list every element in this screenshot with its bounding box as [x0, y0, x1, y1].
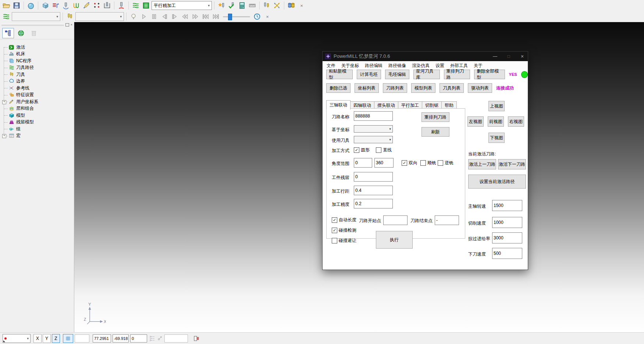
angle-from-input[interactable] — [354, 158, 372, 168]
coord-list-button[interactable]: 坐标列表 — [355, 83, 379, 93]
view-front-button[interactable]: 前视图 — [488, 116, 504, 127]
workplane-compass-icon[interactable] — [157, 336, 163, 341]
view-right-button[interactable]: 右视图 — [508, 116, 524, 127]
clock-icon[interactable] — [252, 12, 262, 21]
start-point-input[interactable] — [383, 215, 408, 225]
calculator-icon[interactable] — [237, 1, 247, 10]
axis-y-button[interactable]: Y — [43, 334, 51, 343]
drive-list-button[interactable]: 驱动列表 — [468, 83, 492, 93]
collision-check-icon[interactable] — [117, 1, 126, 10]
spindle-speed-input[interactable] — [492, 200, 522, 211]
tab-explorer-trash[interactable] — [28, 28, 40, 38]
end-point-input[interactable] — [435, 215, 459, 225]
close-button[interactable]: × — [517, 53, 528, 59]
toolpath-select-combobox[interactable]: ▾ — [12, 12, 60, 21]
go-start-icon[interactable] — [201, 12, 210, 21]
tab-explorer-globe[interactable] — [15, 28, 27, 38]
axis-x-button[interactable]: X — [33, 334, 42, 343]
coord-y-field[interactable]: -69.918 — [113, 334, 129, 343]
edit-toolpath-icon[interactable] — [82, 1, 91, 10]
tool-library-button[interactable]: 星河刀具库 — [413, 70, 440, 79]
point-mode-combobox[interactable]: ▾ — [3, 334, 31, 343]
expand-icon[interactable]: + — [2, 100, 6, 104]
circle-checkbox[interactable]: ✓圆形 — [354, 147, 370, 153]
tree-item-models[interactable]: 模型 — [0, 112, 74, 119]
graphics-viewport[interactable]: Y X Z PowerMILL 忆梦星河 7.0.6 — □ × 文件 关于坐标… — [74, 22, 644, 333]
step-back-icon[interactable] — [160, 12, 169, 21]
collision-check-checkbox[interactable]: ✓碰撞检测 — [332, 227, 356, 234]
execute-button[interactable]: 执行 — [376, 231, 413, 249]
line-checkbox[interactable]: 直线 — [376, 147, 392, 153]
grid-size-field[interactable] — [75, 334, 89, 343]
paste-new-model-button[interactable]: 粘贴新模型 — [326, 70, 353, 79]
tree-item-macros[interactable]: +宏 — [0, 133, 74, 140]
bidirectional-checkbox[interactable]: ✓双向 — [402, 160, 417, 166]
stock-compare-icon[interactable] — [287, 1, 296, 10]
tolerance-input[interactable] — [354, 199, 393, 208]
step-forward-icon[interactable] — [170, 12, 179, 21]
save-project-icon[interactable] — [12, 1, 21, 10]
set-active-path-button[interactable]: 设置当前激活路径 — [468, 175, 526, 189]
dialog-titlebar[interactable]: PowerMILL 忆梦星河 7.0.6 — □ × — [323, 52, 528, 61]
tool-verify-icon[interactable] — [227, 1, 236, 10]
light-bulb-icon[interactable] — [129, 12, 138, 21]
plunge-feed-input[interactable] — [492, 248, 522, 259]
rewind-icon[interactable] — [180, 12, 190, 21]
go-end-icon[interactable] — [211, 12, 221, 21]
tree-item-activate[interactable]: 激活 — [0, 44, 74, 51]
based-coord-select[interactable]: ▾ — [354, 125, 393, 133]
tree-item-nc-programs[interactable]: NC程序 — [0, 57, 74, 64]
model-list-button[interactable]: 模型列表 — [411, 83, 435, 93]
tool-axis-icon[interactable] — [61, 1, 71, 10]
delete-all-models-button[interactable]: 删除全部模型 — [474, 70, 505, 79]
coord-list-icon[interactable]: X=Y=Z= — [150, 336, 155, 341]
grid-toggle-button[interactable] — [63, 334, 73, 343]
tree-item-boundaries[interactable]: 边界 — [0, 78, 74, 85]
toolpath-icon[interactable] — [131, 1, 140, 10]
axis-z-button[interactable]: Z — [52, 334, 60, 343]
block-icon[interactable] — [40, 1, 50, 10]
tab-explorer-tree[interactable] — [2, 28, 14, 38]
pause-icon[interactable] — [149, 12, 159, 21]
prev-toolpath-button[interactable]: 激活上一刀路 — [468, 159, 496, 169]
stock-edit-button[interactable]: 毛坯编辑 — [385, 70, 409, 79]
strategy-combobox[interactable]: 平行精加工 ▾ — [152, 1, 212, 10]
expand-icon[interactable]: + — [2, 134, 6, 138]
tree-item-tools[interactable]: 刀具 — [0, 71, 74, 78]
use-tool-select[interactable]: ▾ — [354, 136, 393, 143]
maximize-button[interactable]: □ — [503, 54, 514, 59]
tree-item-feature-sets[interactable]: 特征设置 — [0, 92, 74, 99]
view-bottom-button[interactable]: 下视图 — [488, 133, 505, 143]
ruler-icon[interactable] — [248, 1, 257, 10]
skim-feed-input[interactable] — [492, 232, 522, 243]
stepover-input[interactable] — [354, 186, 393, 195]
angle-to-input[interactable] — [374, 158, 394, 168]
menu-about-coords[interactable]: 关于坐标 — [341, 63, 359, 69]
tree-item-groups[interactable]: 组 — [0, 126, 74, 133]
simulation-speed-slider[interactable] — [223, 13, 250, 20]
climb-mill-checkbox[interactable]: 顺铣 — [420, 160, 436, 166]
toolpath-list-button[interactable]: 刀路列表 — [383, 83, 407, 93]
tree-item-workplanes[interactable]: +用户坐标系 — [0, 98, 74, 105]
points-icon[interactable] — [92, 1, 102, 10]
tree-item-levels-sets[interactable]: 层和组合 — [0, 105, 74, 112]
page-pause-icon[interactable] — [193, 336, 199, 341]
float-panel-icon[interactable] — [65, 23, 69, 27]
coord-x-field[interactable]: 77.2951 — [93, 334, 111, 343]
strategy-list-icon[interactable] — [141, 1, 151, 10]
refresh-button[interactable]: 刷新 — [421, 127, 449, 137]
fast-forward-icon[interactable] — [191, 12, 200, 21]
next-toolpath-button[interactable]: 激活下一刀路 — [498, 159, 526, 169]
menu-about[interactable]: 关于 — [474, 63, 483, 69]
panel-close-icon[interactable]: × — [71, 23, 72, 27]
tab-3axis[interactable]: 三轴联动 — [326, 100, 351, 110]
conventional-mill-checkbox[interactable]: 逆铣 — [438, 160, 453, 166]
toolpath-icon[interactable] — [1, 12, 11, 21]
cutting-feed-input[interactable] — [492, 217, 522, 228]
leads-links-icon[interactable] — [71, 1, 81, 10]
slider-handle[interactable] — [228, 14, 232, 20]
pocket-tool-icon[interactable] — [102, 1, 112, 10]
menu-path-edit[interactable]: 路径编辑 — [365, 63, 383, 69]
toolpath-name-input[interactable] — [354, 111, 393, 121]
rearrange-toolpaths-button[interactable]: 重排列刀路 — [444, 70, 470, 79]
